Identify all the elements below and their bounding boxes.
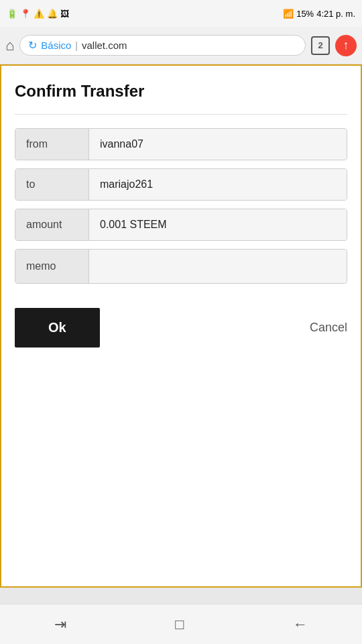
cancel-button[interactable]: Cancel [310, 321, 347, 335]
sim-icon: 📶 [283, 9, 294, 19]
from-value: ivanna07 [89, 129, 347, 160]
notification-icon: 🔔 [47, 9, 58, 19]
bottom-nav: ⇥ □ ← [0, 604, 362, 644]
status-right-icons: 📶 15% 4:21 p. m. [283, 9, 355, 19]
browser-sync-icon: ↻ [28, 39, 37, 52]
amount-row: amount 0.001 STEEM [15, 209, 347, 241]
memo-value [89, 250, 347, 283]
to-row: to mariajo261 [15, 168, 347, 201]
browser-label: Básico [41, 40, 71, 51]
status-left-icons: 🔋 📍 ⚠️ 🔔 🖼 [7, 9, 69, 19]
ok-button[interactable]: Ok [15, 308, 100, 347]
from-row: from ivanna07 [15, 128, 347, 160]
nav-window-icon[interactable]: □ [175, 616, 184, 633]
divider [15, 114, 347, 115]
address-bar[interactable]: ↻ Básico | vallet.com [19, 35, 306, 56]
upload-button[interactable]: ↑ [335, 35, 357, 56]
camera-icon: 🖼 [60, 9, 69, 19]
main-content: Confirm Transfer from ivanna07 to mariaj… [0, 64, 362, 588]
from-label: from [15, 129, 89, 160]
page-title: Confirm Transfer [15, 82, 347, 101]
memo-label: memo [15, 250, 89, 283]
nav-back-icon[interactable]: ← [293, 616, 308, 633]
home-icon[interactable]: ⌂ [5, 37, 14, 54]
to-value: mariajo261 [89, 169, 347, 200]
nav-tab-icon[interactable]: ⇥ [54, 616, 66, 633]
separator: | [75, 40, 78, 51]
location-icon: 📍 [20, 9, 31, 19]
button-row: Ok Cancel [15, 308, 347, 347]
tab-count[interactable]: 2 [311, 36, 330, 55]
browser-bar: ⌂ ↻ Básico | vallet.com 2 ↑ [0, 27, 362, 64]
time-display: 4:21 p. m. [316, 9, 355, 19]
status-bar: 🔋 📍 ⚠️ 🔔 🖼 📶 15% 4:21 p. m. [0, 0, 362, 27]
amount-label: amount [15, 209, 89, 240]
alert-icon: ⚠️ [34, 9, 44, 19]
amount-value: 0.001 STEEM [89, 209, 347, 240]
battery-icon: 🔋 [7, 9, 17, 19]
memo-row: memo [15, 249, 347, 284]
battery-percent: 15% [296, 9, 314, 19]
to-label: to [15, 169, 89, 200]
url-display: vallet.com [82, 40, 127, 51]
